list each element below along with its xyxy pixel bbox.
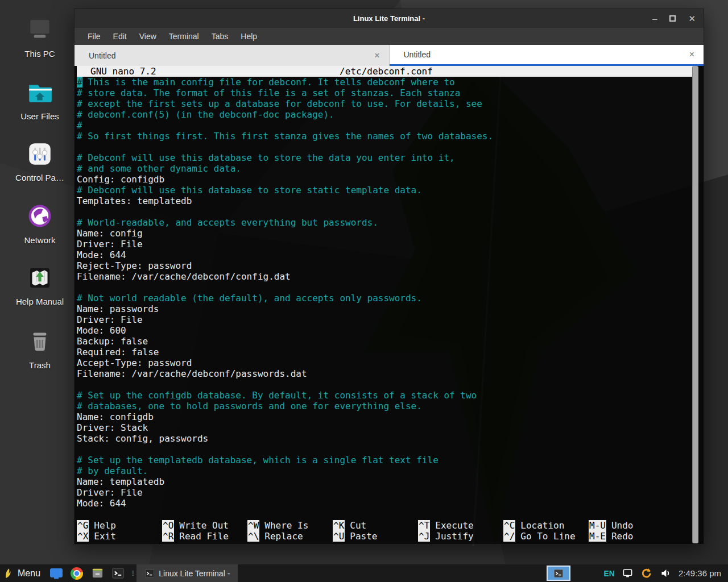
shortcut-key: ^G [77, 520, 89, 531]
desktop-icon-this-pc[interactable]: This PC [5, 16, 75, 59]
editor-line: # store data. The format of this file is… [77, 88, 696, 98]
updates-icon[interactable] [640, 567, 653, 580]
editor-line: # Not world readable (the default), and … [77, 293, 696, 304]
desktop-icon-control-panel[interactable]: Control Pa… [5, 140, 75, 182]
editor-line: # [77, 120, 696, 131]
shortcut-key: M-E [589, 531, 606, 542]
editor-line: Mode: 644 [77, 250, 696, 260]
menu-item-terminal[interactable]: Terminal [165, 30, 203, 43]
shortcut-key: ^O [162, 520, 174, 531]
shortcut-key: ^K [333, 520, 345, 531]
shortcut-label: Undo [611, 520, 634, 531]
terminal-icon [144, 568, 155, 579]
nano-shortcut: M-ERedo [589, 531, 674, 542]
shortcut-label: Exit [94, 531, 116, 542]
editor-line: Driver: File [77, 314, 696, 325]
shortcut-label: Replace [264, 531, 303, 542]
tab-label: Untitled [404, 50, 689, 59]
nano-shortcut: ^GHelp [77, 520, 162, 531]
editor-line: # databases, one to hold passwords and o… [77, 401, 696, 411]
taskbar: Menu ⁞⁞ [0, 564, 728, 582]
nano-titlebar: /etc/debconf.conf GNU nano 7.2 [77, 66, 696, 77]
editor-line: Filename: /var/cache/debconf/passwords.d… [77, 368, 696, 379]
window-titlebar[interactable]: Linux Lite Terminal - – ✕ [75, 9, 704, 28]
tab-untitled-1[interactable]: Untitled × [75, 45, 390, 66]
editor-line: Backup: false [77, 336, 696, 347]
editor-line: # and some other dynamic data. [77, 163, 696, 174]
terminal-launcher-icon[interactable] [110, 566, 126, 581]
nano-shortcut: ^TExecute [418, 520, 503, 531]
tab-close-icon[interactable]: × [374, 51, 379, 61]
tab-close-icon[interactable]: × [689, 49, 694, 60]
clock[interactable]: 2:49:36 pm [679, 568, 721, 578]
shortcut-label: Read File [179, 531, 229, 542]
keyboard-layout-indicator[interactable]: EN [603, 569, 614, 578]
menu-item-help[interactable]: Help [237, 30, 261, 43]
nano-shortcut: ^CLocation [503, 520, 589, 531]
volume-icon[interactable] [660, 567, 672, 579]
terminal-scrollbar[interactable] [692, 66, 698, 543]
shortcut-key: ^/ [503, 531, 515, 542]
editor-line: # debconf.conf(5) (in the debconf-doc pa… [77, 109, 696, 120]
start-menu-button[interactable]: Menu [0, 564, 46, 582]
file-manager-icon[interactable] [89, 566, 105, 581]
nano-editor[interactable]: /etc/debconf.conf GNU nano 7.2 # This is… [75, 66, 704, 544]
shortcut-key: M-U [589, 520, 606, 531]
shortcut-key: ^T [418, 520, 430, 531]
nano-shortcut: M-UUndo [589, 520, 674, 531]
maximize-button[interactable] [669, 15, 676, 22]
desktop-icon-trash[interactable]: Trash [5, 327, 75, 370]
editor-line: # by default. [77, 465, 696, 476]
desktop-screen: This PC User Files Cont [0, 0, 728, 582]
terminal-window: Linux Lite Terminal - – ✕ FileEditViewTe… [74, 9, 704, 544]
editor-line: Templates: templatedb [77, 196, 696, 206]
shortcut-label: Paste [350, 531, 377, 542]
shortcut-key: ^X [77, 531, 89, 542]
shortcut-key: ^C [503, 520, 515, 531]
taskbar-separator: ⁞⁞ [131, 569, 133, 577]
nano-shortcut: ^\Replace [247, 531, 333, 542]
shortcut-label: Write Out [179, 520, 229, 531]
task-button-terminal[interactable]: Linux Lite Terminal - [136, 564, 238, 582]
nano-shortcut: ^RRead File [162, 531, 247, 542]
shortcut-label: Where Is [264, 520, 308, 531]
editor-line: Config: configdb [77, 174, 696, 185]
shortcut-label: Go To Line [520, 531, 575, 542]
show-desktop-icon[interactable] [48, 566, 64, 581]
control-panel-icon [26, 140, 54, 168]
editor-line: # So first things first. This first stan… [77, 131, 696, 142]
nano-shortcut: ^OWrite Out [162, 520, 247, 531]
menu-item-file[interactable]: File [84, 30, 105, 43]
desktop-icon-user-files[interactable]: User Files [5, 78, 75, 121]
editor-line: Name: configdb [77, 411, 696, 422]
close-button[interactable]: ✕ [688, 14, 696, 23]
menu-item-edit[interactable]: Edit [109, 30, 131, 43]
minimize-button[interactable]: – [652, 14, 657, 23]
folder-home-icon [26, 78, 54, 107]
editor-line: Filename: /var/cache/debconf/config.dat [77, 271, 696, 282]
editor-line: # World-readable, and accepts everything… [77, 217, 696, 228]
desktop-icon-label: This PC [24, 49, 55, 59]
menu-item-view[interactable]: View [135, 30, 160, 43]
text-cursor: # [77, 77, 82, 88]
desktop-icon-label: Help Manual [16, 297, 64, 306]
editor-line: Mode: 600 [77, 325, 696, 336]
chrome-icon[interactable] [69, 566, 85, 581]
display-settings-icon[interactable] [622, 568, 634, 579]
nano-shortcut: ^/Go To Line [503, 531, 589, 542]
editor-line [77, 379, 696, 390]
shortcut-label: Redo [611, 531, 634, 542]
nano-shortcut: ^KCut [333, 520, 418, 531]
editor-line: Driver: Stack [77, 422, 696, 433]
desktop-icon-help-manual[interactable]: Help Manual [5, 264, 75, 306]
shortcut-label: Help [94, 520, 116, 531]
menu-item-tabs[interactable]: Tabs [208, 30, 233, 43]
shortcut-key: ^\ [247, 531, 259, 542]
editor-line: # except the first sets up a database fo… [77, 98, 696, 109]
tray-terminal-indicator[interactable] [547, 566, 570, 581]
editor-line [77, 282, 696, 293]
tab-untitled-2[interactable]: Untitled × [390, 45, 704, 66]
desktop-icon-network[interactable]: Network [5, 201, 75, 245]
editor-line: Stack: config, passwords [77, 433, 696, 444]
editor-line: Reject-Type: password [77, 260, 696, 271]
